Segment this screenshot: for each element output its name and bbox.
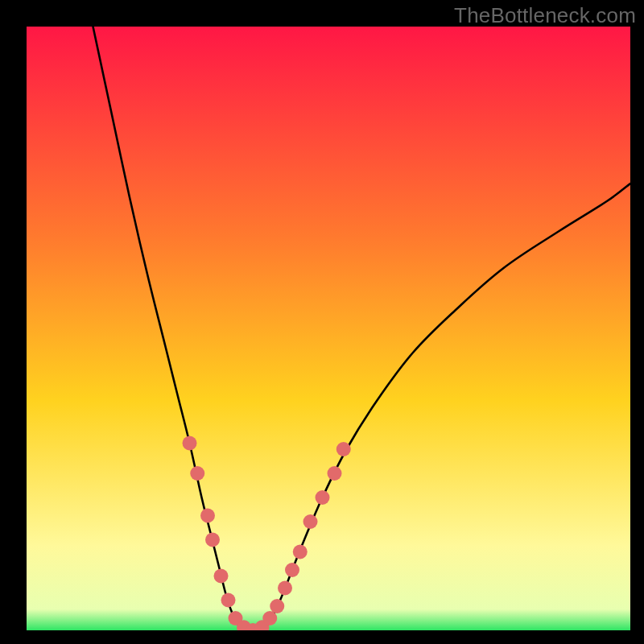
curve-marker	[328, 466, 342, 481]
chart-svg	[27, 27, 630, 630]
curve-marker	[278, 581, 292, 596]
curve-marker	[270, 599, 284, 613]
curve-marker	[183, 436, 197, 451]
curve-marker	[285, 563, 299, 577]
curve-marker	[221, 593, 236, 608]
bottleneck-chart	[27, 27, 630, 630]
curve-marker	[336, 442, 351, 456]
curve-marker	[293, 545, 308, 559]
chart-frame: TheBottleneck.com	[0, 0, 644, 644]
curve-marker	[200, 509, 215, 523]
curve-marker	[316, 490, 330, 505]
watermark-text: TheBottleneck.com	[454, 3, 636, 28]
curve-marker	[190, 466, 204, 481]
gradient-background	[27, 27, 630, 630]
curve-marker	[214, 569, 229, 584]
curve-marker	[262, 611, 277, 625]
curve-marker	[303, 514, 318, 529]
curve-marker	[205, 533, 220, 547]
